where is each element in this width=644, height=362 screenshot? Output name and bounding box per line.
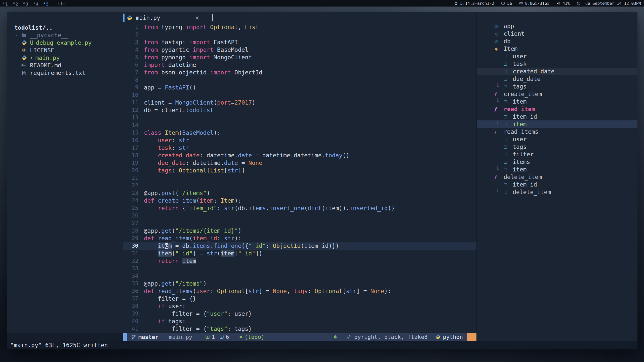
- tree-item-license[interactable]: LICENSE: [7, 47, 123, 54]
- outline-item-create_item[interactable]: ƒcreate_item: [477, 90, 637, 98]
- workspace-5[interactable]: 5: [44, 2, 49, 7]
- code-line-31[interactable]: 31 item["_id"] = str(item["_id"]): [123, 250, 476, 257]
- workspace-4[interactable]: 4: [34, 2, 38, 7]
- outline-item-due_date[interactable]: □due_date: [477, 75, 637, 83]
- fld-symbol-icon: □: [504, 181, 513, 188]
- workspace-2[interactable]: 2: [13, 2, 18, 7]
- outline-item-delete_item[interactable]: └□delete_item: [477, 188, 637, 196]
- line-number: 40: [123, 318, 138, 325]
- outline-item-item_id[interactable]: □item_id: [477, 181, 637, 188]
- workspace-1[interactable]: 1: [3, 2, 8, 7]
- outline-item-Item[interactable]: ◆Item: [477, 45, 637, 53]
- code-line-9[interactable]: 9app = FastAPI(): [123, 84, 476, 91]
- code-line-36[interactable]: 36def read_items(user: Optional[str] = N…: [123, 287, 476, 295]
- tree-item--pycache-[interactable]: ›__pycache__: [7, 31, 123, 39]
- code-line-15[interactable]: 15class Item(BaseModel):: [123, 129, 476, 137]
- code-line-26[interactable]: 26: [123, 212, 476, 219]
- code-line-14[interactable]: 14: [123, 121, 476, 129]
- code-line-text: def read_items(user: Optional[str] = Non…: [144, 287, 391, 295]
- code-line-41[interactable]: 41 filter = {"tags": tags}: [123, 325, 476, 333]
- code-line-30[interactable]: 30 item = db.items.find_one({"_id": Obje…: [123, 242, 476, 250]
- code-line-5[interactable]: 5from pymongo import MongoClient: [123, 54, 476, 61]
- outline-item-label: tags: [513, 83, 527, 90]
- code-line-4[interactable]: 4from pydantic import BaseModel: [123, 46, 476, 54]
- code-line-22[interactable]: 22: [123, 182, 476, 189]
- code-line-35[interactable]: 35@app.get("/items"): [123, 280, 476, 287]
- outline-item-task[interactable]: □task: [477, 60, 637, 68]
- workspace-3[interactable]: 3: [23, 2, 28, 7]
- status-vol: 41%: [556, 1, 570, 6]
- tab-close-button[interactable]: ×: [195, 14, 199, 22]
- code-line-21[interactable]: 21: [123, 174, 476, 182]
- code-line-7[interactable]: 7from bson.objectid import ObjectId: [123, 69, 476, 76]
- code-line-24[interactable]: 24def create_item(item: Item):: [123, 197, 476, 204]
- code-line-33[interactable]: 33: [123, 265, 476, 272]
- tree-root-folder[interactable]: todolist/..: [7, 24, 123, 31]
- code-line-37[interactable]: 37 filter = {}: [123, 295, 476, 302]
- line-number: 36: [123, 287, 138, 295]
- outline-item-client[interactable]: ◇client: [477, 30, 637, 37]
- tab-main-py[interactable]: main.py ×: [123, 12, 203, 23]
- code-line-2[interactable]: 2: [123, 31, 476, 38]
- outline-item-label: due_date: [513, 75, 541, 83]
- outline-item-delete_item[interactable]: ƒdelete_item: [477, 173, 637, 181]
- git-branch-icon: [131, 334, 136, 339]
- outline-item-item_id[interactable]: □item_id: [477, 113, 637, 120]
- code-line-32[interactable]: 32 return item: [123, 257, 476, 265]
- code-line-27[interactable]: 27: [123, 219, 476, 227]
- code-line-28[interactable]: 28@app.get("/items/{item_id}"): [123, 227, 476, 235]
- line-number: 7: [123, 69, 138, 76]
- outline-item-item[interactable]: └□item: [477, 120, 637, 128]
- code-line-19[interactable]: 19 due_date: datetime.date = None: [123, 159, 476, 167]
- status-pkg: 56: [501, 1, 512, 6]
- code-line-8[interactable]: 8: [123, 76, 476, 84]
- code-area[interactable]: 1from typing import Optional, List23from…: [123, 23, 476, 333]
- code-line-17[interactable]: 17 task: str: [123, 144, 476, 152]
- code-line-34[interactable]: 34: [123, 272, 476, 280]
- code-line-23[interactable]: 23@app.post("/items"): [123, 189, 476, 197]
- git-branch-name: master: [138, 334, 158, 340]
- code-line-1[interactable]: 1from typing import Optional, List: [123, 23, 476, 31]
- outline-item-label: create_item: [504, 90, 542, 98]
- code-line-11[interactable]: 11client = MongoClient(port=27017): [123, 99, 476, 106]
- language-name: python: [443, 334, 463, 340]
- code-line-3[interactable]: 3from fastapi import FastAPI: [123, 38, 476, 46]
- outline-item-read_item[interactable]: ƒread_item: [477, 105, 637, 113]
- python-icon: [127, 15, 132, 21]
- code-line-40[interactable]: 40 if tags:: [123, 318, 476, 325]
- outline-item-app[interactable]: ◇app: [477, 22, 637, 30]
- tree-items: ›__pycache__Udebug_example.pyLICENSE•mai…: [7, 31, 123, 77]
- tree-item-main-py[interactable]: •main.py: [7, 54, 123, 62]
- outline-item-db[interactable]: ◇db: [477, 37, 637, 45]
- code-line-13[interactable]: 13: [123, 114, 476, 121]
- line-number: 2: [123, 31, 138, 38]
- code-line-25[interactable]: 25 return {"item_id": str(db.items.inser…: [123, 204, 476, 212]
- code-line-29[interactable]: 29def read_item(item_id: str):: [123, 235, 476, 242]
- code-line-text: item["_id"] = str(item["_id"]): [144, 250, 262, 257]
- outline-item-item[interactable]: └□item: [477, 98, 637, 105]
- code-line-39[interactable]: 39 filter = {"user": user}: [123, 310, 476, 318]
- outline-item-item[interactable]: └□item: [477, 166, 637, 173]
- outline-item-read_items[interactable]: ƒread_items: [477, 128, 637, 135]
- line-number: 28: [123, 227, 138, 235]
- layout-indicator[interactable]: []=: [58, 1, 65, 6]
- code-line-10[interactable]: 10: [123, 91, 476, 99]
- code-line-16[interactable]: 16 user: str: [123, 137, 476, 144]
- outline-item-tags[interactable]: └□tags: [477, 83, 637, 90]
- tree-item-requirements-txt[interactable]: requirements.txt: [7, 69, 123, 77]
- tree-item-readme-md[interactable]: README.md: [7, 62, 123, 69]
- outline-item-created_date[interactable]: □created_date: [477, 68, 637, 75]
- fld-symbol-icon: □: [504, 83, 513, 90]
- outline-item-user[interactable]: □user: [477, 53, 637, 60]
- code-line-20[interactable]: 20 tags: Optional[List[str]]: [123, 167, 476, 174]
- outline-item-user[interactable]: □user: [477, 135, 637, 143]
- code-line-38[interactable]: 38 if user:: [123, 302, 476, 310]
- code-line-6[interactable]: 6import datetime: [123, 61, 476, 69]
- outline-item-filter[interactable]: □filter: [477, 151, 637, 158]
- outline-item-items[interactable]: □items: [477, 158, 637, 166]
- line-number: 1: [123, 23, 138, 31]
- code-line-12[interactable]: 12db = client.todolist: [123, 106, 476, 114]
- tree-item-debug-example-py[interactable]: Udebug_example.py: [7, 39, 123, 47]
- code-line-18[interactable]: 18 created_date: datetime.date = datetim…: [123, 152, 476, 159]
- outline-item-tags[interactable]: □tags: [477, 143, 637, 151]
